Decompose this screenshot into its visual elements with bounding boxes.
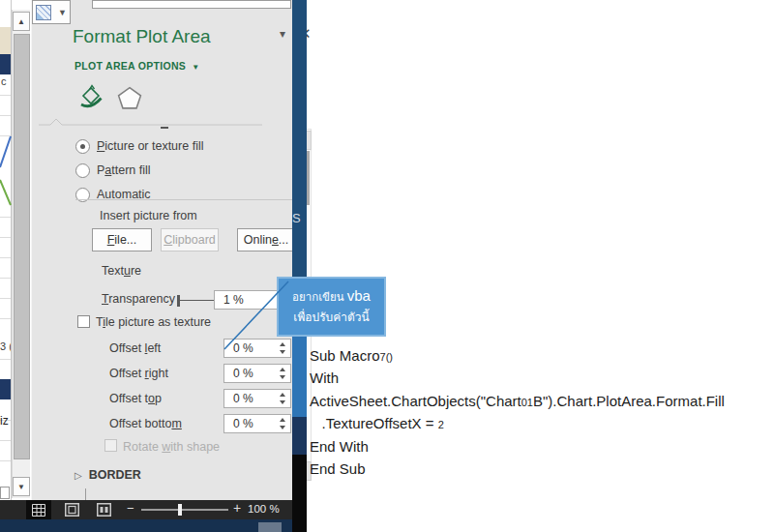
section-divider	[75, 199, 295, 200]
spin-up-icon[interactable]	[280, 418, 285, 422]
worksheet-cell-navy	[0, 54, 11, 74]
spin-up-icon[interactable]	[280, 342, 285, 346]
taskbar-strip	[0, 519, 292, 532]
offset-right-spinner[interactable]: 0 %	[223, 364, 291, 383]
clipped-ui-element	[92, 0, 291, 9]
worksheet-sliver: c 3 ( iz ▲ ▼	[0, 0, 31, 500]
callout-line-1: อยากเขียน vba	[279, 287, 384, 306]
radio-selected-icon[interactable]	[75, 139, 90, 154]
fill-line-bucket-icon[interactable]	[76, 83, 105, 112]
offset-right-value[interactable]: 0 %	[224, 367, 280, 380]
online-button-label: Online...	[244, 233, 289, 247]
worksheet-cell-navy	[0, 379, 11, 399]
spin-up-icon[interactable]	[280, 368, 285, 371]
dropdown-arrow-icon: ▼	[192, 63, 199, 72]
code-line: Sub Macro7()	[310, 345, 772, 368]
spin-down-icon[interactable]	[280, 375, 285, 379]
tile-picture-checkbox[interactable]	[77, 315, 90, 328]
transparency-slider-handle[interactable]	[177, 295, 180, 307]
clipboard-button: Clipboard	[161, 228, 219, 251]
window-edge-strip	[292, 417, 307, 455]
transparency-label: Transparency	[102, 292, 175, 306]
offset-left-label: Offset left	[109, 341, 161, 355]
pane-title: Format Plot Area	[73, 26, 211, 47]
scroll-down-button[interactable]: ▼	[13, 477, 30, 496]
offset-top-spinner[interactable]: 0 %	[223, 389, 291, 408]
format-plot-area-pane: Format Plot Area ▾ ✕ PLOT AREA OPTIONS▼ …	[31, 0, 293, 500]
worksheet-cell-tan	[0, 27, 11, 54]
texture-dropdown-button[interactable]: ▼	[32, 0, 71, 24]
pane-options-chevron-icon[interactable]: ▾	[280, 27, 285, 41]
worksheet-fragment: c	[1, 75, 7, 87]
effects-pentagon-icon[interactable]	[116, 85, 143, 111]
fill-option-picture-texture[interactable]: Picture or texture fill	[75, 138, 203, 154]
taskbar-fragment	[258, 522, 282, 532]
offset-top-label: Offset top	[109, 392, 162, 405]
page-layout-view-button[interactable]	[65, 503, 79, 517]
tile-picture-label[interactable]: Tile picture as texture	[96, 315, 211, 329]
offset-top-value[interactable]: 0 %	[224, 392, 280, 405]
plot-area-options-dropdown[interactable]: PLOT AREA OPTIONS▼	[74, 60, 199, 72]
file-button[interactable]: File...	[92, 228, 152, 251]
fill-option-label: Pattern fill	[97, 163, 151, 177]
zoom-out-button[interactable]: −	[127, 501, 134, 516]
border-section-label: BORDER	[89, 468, 141, 482]
fill-option-label: Picture or texture fill	[97, 139, 203, 153]
scroll-corner-box	[0, 487, 10, 499]
texture-thumbnail	[36, 5, 51, 20]
zoom-slider-track[interactable]	[141, 509, 228, 511]
page-break-preview-button[interactable]	[97, 503, 111, 517]
clipboard-button-label: Clipboard	[164, 233, 216, 247]
file-button-label: File...	[107, 233, 137, 247]
clipped-content-fragment	[161, 127, 168, 129]
annotation-callout: อยากเขียน vba เพื่อปรับค่าตัวนี้	[277, 277, 386, 337]
insert-picture-from-label: Insert picture from	[100, 209, 197, 222]
transparency-value[interactable]: 1 %	[215, 293, 280, 307]
texture-label: Texture	[102, 264, 141, 278]
offset-bottom-label: Offset bottom	[109, 417, 182, 430]
window-edge-strip	[292, 332, 307, 417]
window-edge-strip: S	[292, 0, 307, 277]
code-line: End Sub	[310, 458, 772, 481]
vba-code-block: Sub Macro7() With ActiveSheet.ChartObjec…	[310, 345, 772, 481]
offset-left-value[interactable]: 0 %	[224, 341, 280, 355]
offset-right-label: Offset right	[109, 367, 168, 380]
spin-down-icon[interactable]	[280, 426, 285, 429]
worksheet-fragment: iz	[0, 414, 9, 428]
transparency-slider-track[interactable]	[179, 300, 214, 301]
online-button[interactable]: Online...	[237, 228, 295, 251]
code-line: With	[310, 368, 772, 390]
callout-line-2: เพื่อปรับค่าตัวนี้	[279, 308, 384, 326]
offset-bottom-spinner[interactable]: 0 %	[223, 414, 291, 433]
edge-text-fragment: S	[292, 211, 301, 225]
zoom-in-button[interactable]: +	[233, 500, 241, 516]
spin-down-icon[interactable]	[280, 400, 285, 404]
offset-bottom-value[interactable]: 0 %	[224, 417, 280, 430]
window-edge-strip	[292, 455, 307, 532]
normal-view-button[interactable]	[26, 500, 51, 519]
border-section-header[interactable]: ▷ BORDER	[74, 468, 141, 482]
spin-up-icon[interactable]	[280, 393, 285, 397]
rotate-with-shape-checkbox	[104, 439, 117, 452]
scrollbar-thumb[interactable]	[14, 34, 30, 459]
dropdown-arrow-icon: ▼	[58, 8, 67, 17]
scroll-down-icon: ▼	[17, 483, 25, 491]
code-line: End With	[310, 436, 772, 458]
rotate-with-shape-label: Rotate with shape	[123, 440, 220, 454]
spin-down-icon[interactable]	[280, 350, 285, 354]
fill-option-pattern[interactable]: Pattern fill	[75, 163, 151, 178]
zoom-level[interactable]: 100 %	[248, 503, 280, 515]
scroll-up-button[interactable]: ▲	[13, 12, 30, 31]
expand-triangle-icon[interactable]: ▷	[74, 470, 82, 481]
grid-view-icon	[32, 504, 45, 517]
offset-left-spinner[interactable]: 0 %	[223, 339, 291, 358]
plot-area-options-label: PLOT AREA OPTIONS	[74, 60, 186, 72]
code-line: .TextureOffsetX = 2	[310, 413, 772, 435]
code-line: ActiveSheet.ChartObjects("Chart01B").Cha…	[310, 391, 772, 413]
divider	[85, 488, 86, 500]
zoom-slider-handle[interactable]	[178, 504, 182, 516]
radio-icon[interactable]	[75, 163, 90, 178]
scroll-up-icon: ▲	[17, 17, 25, 26]
